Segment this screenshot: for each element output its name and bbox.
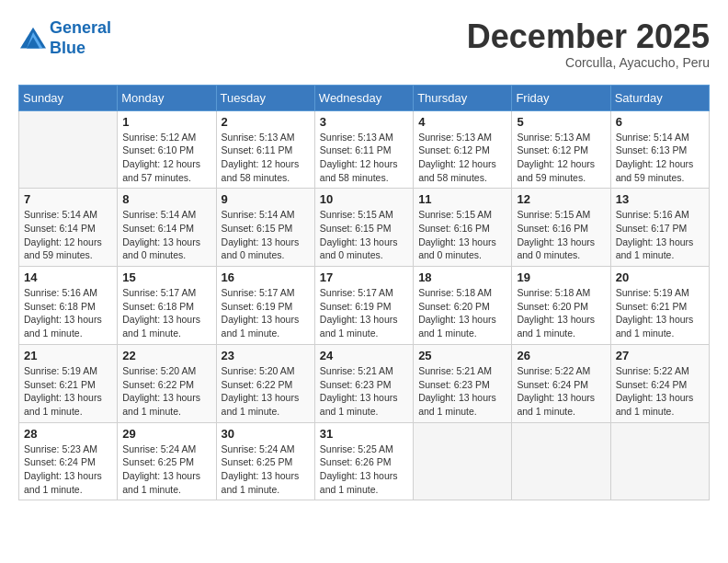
day-info: Sunrise: 5:14 AMSunset: 6:15 PMDaylight:… [222, 208, 310, 262]
day-info: Sunrise: 5:22 AMSunset: 6:24 PMDaylight:… [616, 364, 704, 419]
calendar-week-row: 14Sunrise: 5:16 AMSunset: 6:18 PMDayligh… [19, 267, 710, 345]
month-title: December 2025 [467, 18, 710, 55]
day-info: Sunrise: 5:17 AMSunset: 6:19 PMDaylight:… [222, 286, 310, 340]
day-number: 15 [122, 270, 210, 284]
day-info: Sunrise: 5:21 AMSunset: 6:23 PMDaylight:… [320, 364, 408, 419]
day-number: 1 [122, 115, 210, 129]
day-number: 6 [616, 115, 704, 129]
calendar-cell: 22Sunrise: 5:20 AMSunset: 6:22 PMDayligh… [118, 344, 216, 422]
day-number: 7 [24, 192, 112, 206]
day-number: 22 [122, 349, 210, 362]
day-number: 18 [418, 270, 506, 284]
calendar-cell: 2Sunrise: 5:13 AMSunset: 6:11 PMDaylight… [216, 110, 314, 189]
logo-icon [18, 26, 48, 52]
day-info: Sunrise: 5:21 AMSunset: 6:23 PMDaylight:… [418, 364, 506, 419]
day-number: 24 [320, 349, 408, 362]
day-number: 17 [320, 270, 408, 284]
day-info: Sunrise: 5:12 AMSunset: 6:10 PMDaylight:… [122, 131, 210, 185]
calendar-cell: 8Sunrise: 5:14 AMSunset: 6:14 PMDaylight… [118, 189, 216, 267]
logo-text: General Blue [50, 18, 111, 58]
day-info: Sunrise: 5:20 AMSunset: 6:22 PMDaylight:… [222, 364, 310, 419]
calendar-cell: 31Sunrise: 5:25 AMSunset: 6:26 PMDayligh… [314, 422, 413, 500]
day-number: 9 [222, 192, 310, 206]
calendar-cell: 11Sunrise: 5:15 AMSunset: 6:16 PMDayligh… [414, 189, 512, 267]
calendar-cell [414, 422, 512, 500]
calendar-cell: 20Sunrise: 5:19 AMSunset: 6:21 PMDayligh… [610, 267, 709, 345]
day-info: Sunrise: 5:15 AMSunset: 6:15 PMDaylight:… [320, 208, 408, 262]
logo-line2: Blue [50, 39, 85, 57]
calendar-table: SundayMondayTuesdayWednesdayThursdayFrid… [18, 85, 710, 501]
day-info: Sunrise: 5:17 AMSunset: 6:18 PMDaylight:… [122, 286, 210, 340]
day-info: Sunrise: 5:13 AMSunset: 6:11 PMDaylight:… [222, 131, 310, 185]
day-info: Sunrise: 5:23 AMSunset: 6:24 PMDaylight:… [24, 442, 112, 497]
calendar-cell: 7Sunrise: 5:14 AMSunset: 6:14 PMDaylight… [19, 189, 118, 267]
day-number: 3 [320, 115, 408, 129]
day-number: 13 [616, 192, 704, 206]
day-number: 21 [24, 349, 112, 362]
weekday-header-monday: Monday [118, 85, 216, 110]
day-number: 11 [418, 192, 506, 206]
calendar-cell: 18Sunrise: 5:18 AMSunset: 6:20 PMDayligh… [414, 267, 512, 345]
day-info: Sunrise: 5:15 AMSunset: 6:16 PMDaylight:… [418, 208, 506, 262]
day-info: Sunrise: 5:19 AMSunset: 6:21 PMDaylight:… [24, 364, 112, 419]
location-subtitle: Corculla, Ayacucho, Peru [467, 55, 710, 70]
day-info: Sunrise: 5:24 AMSunset: 6:25 PMDaylight:… [222, 442, 310, 497]
calendar-cell: 10Sunrise: 5:15 AMSunset: 6:15 PMDayligh… [314, 189, 413, 267]
day-number: 30 [222, 427, 310, 441]
calendar-cell: 29Sunrise: 5:24 AMSunset: 6:25 PMDayligh… [118, 422, 216, 500]
weekday-header-friday: Friday [512, 85, 610, 110]
calendar-week-row: 7Sunrise: 5:14 AMSunset: 6:14 PMDaylight… [19, 189, 710, 267]
day-number: 25 [418, 349, 506, 362]
calendar-cell: 14Sunrise: 5:16 AMSunset: 6:18 PMDayligh… [19, 267, 118, 345]
day-number: 26 [517, 349, 605, 362]
calendar-cell: 26Sunrise: 5:22 AMSunset: 6:24 PMDayligh… [512, 344, 610, 422]
day-number: 31 [320, 427, 408, 441]
calendar-week-row: 21Sunrise: 5:19 AMSunset: 6:21 PMDayligh… [19, 344, 710, 422]
day-number: 2 [222, 115, 310, 129]
weekday-header-tuesday: Tuesday [216, 85, 314, 110]
calendar-cell: 9Sunrise: 5:14 AMSunset: 6:15 PMDaylight… [216, 189, 314, 267]
day-number: 14 [24, 270, 112, 284]
day-info: Sunrise: 5:22 AMSunset: 6:24 PMDaylight:… [517, 364, 605, 419]
weekday-header-row: SundayMondayTuesdayWednesdayThursdayFrid… [19, 85, 710, 110]
calendar-cell: 3Sunrise: 5:13 AMSunset: 6:11 PMDaylight… [314, 110, 413, 189]
day-number: 29 [122, 427, 210, 441]
weekday-header-thursday: Thursday [414, 85, 512, 110]
title-block: December 2025 Corculla, Ayacucho, Peru [467, 18, 710, 70]
calendar-cell: 24Sunrise: 5:21 AMSunset: 6:23 PMDayligh… [314, 344, 413, 422]
calendar-week-row: 28Sunrise: 5:23 AMSunset: 6:24 PMDayligh… [19, 422, 710, 500]
calendar-cell: 1Sunrise: 5:12 AMSunset: 6:10 PMDaylight… [118, 110, 216, 189]
day-info: Sunrise: 5:18 AMSunset: 6:20 PMDaylight:… [418, 286, 506, 340]
calendar-cell: 15Sunrise: 5:17 AMSunset: 6:18 PMDayligh… [118, 267, 216, 345]
calendar-cell: 4Sunrise: 5:13 AMSunset: 6:12 PMDaylight… [414, 110, 512, 189]
day-number: 12 [517, 192, 605, 206]
weekday-header-wednesday: Wednesday [314, 85, 413, 110]
day-info: Sunrise: 5:13 AMSunset: 6:11 PMDaylight:… [320, 131, 408, 185]
day-info: Sunrise: 5:13 AMSunset: 6:12 PMDaylight:… [517, 131, 605, 185]
calendar-week-row: 1Sunrise: 5:12 AMSunset: 6:10 PMDaylight… [19, 110, 710, 189]
day-info: Sunrise: 5:20 AMSunset: 6:22 PMDaylight:… [122, 364, 210, 419]
day-number: 20 [616, 270, 704, 284]
calendar-cell [512, 422, 610, 500]
day-number: 8 [122, 192, 210, 206]
page-header: General Blue December 2025 Corculla, Aya… [18, 18, 710, 70]
calendar-cell: 27Sunrise: 5:22 AMSunset: 6:24 PMDayligh… [610, 344, 709, 422]
calendar-cell: 25Sunrise: 5:21 AMSunset: 6:23 PMDayligh… [414, 344, 512, 422]
calendar-cell: 5Sunrise: 5:13 AMSunset: 6:12 PMDaylight… [512, 110, 610, 189]
weekday-header-saturday: Saturday [610, 85, 709, 110]
day-info: Sunrise: 5:14 AMSunset: 6:13 PMDaylight:… [616, 131, 704, 185]
day-number: 5 [517, 115, 605, 129]
calendar-cell: 23Sunrise: 5:20 AMSunset: 6:22 PMDayligh… [216, 344, 314, 422]
calendar-cell: 16Sunrise: 5:17 AMSunset: 6:19 PMDayligh… [216, 267, 314, 345]
logo-line1: General [50, 18, 111, 37]
logo: General Blue [18, 18, 111, 58]
day-info: Sunrise: 5:18 AMSunset: 6:20 PMDaylight:… [517, 286, 605, 340]
day-info: Sunrise: 5:13 AMSunset: 6:12 PMDaylight:… [418, 131, 506, 185]
calendar-cell: 17Sunrise: 5:17 AMSunset: 6:19 PMDayligh… [314, 267, 413, 345]
calendar-cell: 13Sunrise: 5:16 AMSunset: 6:17 PMDayligh… [610, 189, 709, 267]
day-number: 4 [418, 115, 506, 129]
day-info: Sunrise: 5:16 AMSunset: 6:17 PMDaylight:… [616, 208, 704, 262]
day-info: Sunrise: 5:16 AMSunset: 6:18 PMDaylight:… [24, 286, 112, 340]
day-number: 10 [320, 192, 408, 206]
day-info: Sunrise: 5:14 AMSunset: 6:14 PMDaylight:… [122, 208, 210, 262]
